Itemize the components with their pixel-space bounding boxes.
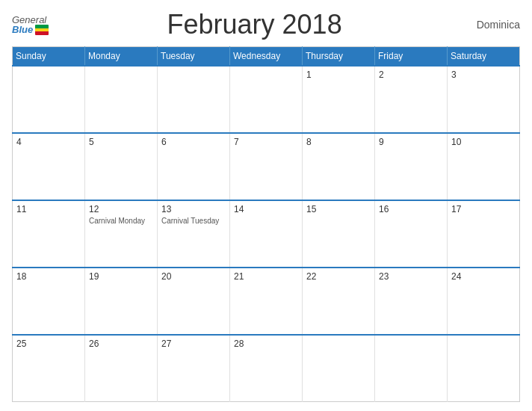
col-sunday: Sunday: [13, 47, 85, 67]
calendar-cell: 23: [375, 268, 448, 335]
logo-blue-text: Blue: [12, 25, 49, 35]
day-number: 26: [89, 339, 153, 349]
logo-flag-icon: [35, 25, 49, 35]
calendar-cell: 26: [85, 335, 158, 402]
day-number: 19: [89, 271, 153, 282]
calendar-cell: 20: [158, 268, 230, 335]
day-number: 6: [161, 137, 226, 147]
calendar-cell: [13, 66, 85, 133]
calendar-title: February 2018: [167, 9, 342, 40]
day-number: 2: [379, 69, 443, 80]
event-label: Carnival Monday: [89, 216, 153, 226]
calendar-cell: 15: [303, 200, 375, 268]
day-number: 9: [379, 137, 443, 147]
calendar-cell: 24: [448, 268, 520, 335]
calendar-body: 123456789101112Carnival Monday13Carnival…: [13, 66, 520, 402]
day-number: 27: [161, 339, 226, 349]
col-tuesday: Tuesday: [158, 47, 230, 67]
calendar-cell: 17: [448, 200, 520, 268]
logo: General Blue: [12, 15, 49, 35]
calendar-cell: 13Carnival Tuesday: [158, 200, 230, 268]
event-label: Carnival Tuesday: [161, 216, 226, 226]
calendar-week-4: 18192021222324: [13, 268, 520, 335]
day-number: 17: [451, 204, 516, 214]
day-number: 7: [234, 137, 298, 147]
calendar-cell: 14: [230, 200, 303, 268]
calendar-header-row: Sunday Monday Tuesday Wednesday Thursday…: [13, 47, 520, 67]
calendar-cell: 3: [448, 66, 520, 133]
calendar-cell: 18: [13, 268, 85, 335]
col-friday: Friday: [375, 47, 448, 67]
day-number: 22: [306, 271, 371, 282]
day-number: 18: [16, 271, 81, 282]
day-number: 25: [16, 339, 81, 349]
day-number: 10: [451, 137, 516, 147]
day-number: 12: [89, 204, 153, 214]
calendar-page: General Blue February 2018 Dominica Sund…: [0, 0, 532, 411]
calendar-week-2: 45678910: [13, 133, 520, 200]
calendar-cell: 10: [448, 133, 520, 200]
calendar-cell: 5: [85, 133, 158, 200]
country-label: Dominica: [460, 19, 520, 31]
calendar-cell: 8: [303, 133, 375, 200]
calendar-cell: 6: [158, 133, 230, 200]
day-number: 13: [161, 204, 226, 214]
calendar-cell: 27: [158, 335, 230, 402]
day-number: 20: [161, 271, 226, 282]
col-thursday: Thursday: [303, 47, 375, 67]
col-monday: Monday: [85, 47, 158, 67]
calendar-cell: 7: [230, 133, 303, 200]
day-number: 16: [379, 204, 443, 214]
day-number: 5: [89, 137, 153, 147]
calendar-cell: [303, 335, 375, 402]
calendar-cell: [375, 335, 448, 402]
calendar-cell: 2: [375, 66, 448, 133]
calendar-cell: 9: [375, 133, 448, 200]
calendar-cell: [230, 66, 303, 133]
calendar-cell: 28: [230, 335, 303, 402]
col-saturday: Saturday: [448, 47, 520, 67]
day-number: 4: [16, 137, 81, 147]
calendar-header: General Blue February 2018 Dominica: [12, 9, 520, 40]
calendar-cell: 19: [85, 268, 158, 335]
calendar-week-3: 1112Carnival Monday13Carnival Tuesday141…: [13, 200, 520, 268]
day-number: 8: [306, 137, 371, 147]
day-number: 3: [451, 69, 516, 80]
col-wednesday: Wednesday: [230, 47, 303, 67]
calendar-cell: 25: [13, 335, 85, 402]
calendar-cell: [448, 335, 520, 402]
day-number: 28: [234, 339, 298, 349]
day-number: 15: [306, 204, 371, 214]
calendar-cell: [158, 66, 230, 133]
calendar-cell: [85, 66, 158, 133]
calendar-cell: 12Carnival Monday: [85, 200, 158, 268]
calendar-cell: 1: [303, 66, 375, 133]
calendar-cell: 21: [230, 268, 303, 335]
calendar-table: Sunday Monday Tuesday Wednesday Thursday…: [12, 46, 520, 402]
day-number: 1: [306, 69, 371, 80]
day-number: 14: [234, 204, 298, 214]
calendar-week-5: 25262728: [13, 335, 520, 402]
day-number: 21: [234, 271, 298, 282]
calendar-cell: 11: [13, 200, 85, 268]
day-number: 11: [16, 204, 81, 214]
calendar-week-1: 123: [13, 66, 520, 133]
day-number: 24: [451, 271, 516, 282]
calendar-cell: 22: [303, 268, 375, 335]
day-number: 23: [379, 271, 443, 282]
calendar-cell: 16: [375, 200, 448, 268]
logo-general-text: General: [12, 15, 46, 25]
calendar-cell: 4: [13, 133, 85, 200]
